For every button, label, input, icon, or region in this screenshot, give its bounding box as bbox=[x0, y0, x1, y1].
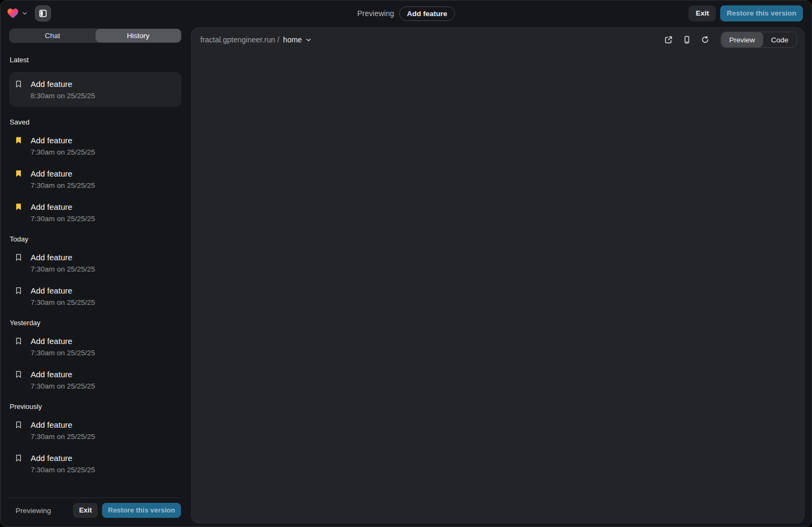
tab-code[interactable]: Code bbox=[763, 32, 796, 47]
history-item-title: Add feature bbox=[31, 169, 95, 179]
history-item-time: 7:30am on 25/25/25 bbox=[31, 265, 95, 273]
app-window: Previewing Add feature Exit Restore this… bbox=[0, 0, 812, 527]
bookmark-outline-icon bbox=[15, 337, 23, 345]
history-item[interactable]: Add feature8:30am on 25/25/25 bbox=[9, 72, 182, 107]
history-item[interactable]: Add feature7:30am on 25/25/25 bbox=[9, 419, 182, 442]
bookmark-outline-icon bbox=[15, 370, 23, 378]
history-item-title: Add feature bbox=[31, 252, 95, 263]
restore-version-button[interactable]: Restore this version bbox=[720, 5, 803, 21]
history-item-time: 7:30am on 25/25/25 bbox=[31, 349, 95, 357]
topbar-center-group: Previewing Add feature bbox=[357, 1, 455, 26]
bookmark-outline-icon bbox=[15, 253, 23, 261]
sidebar-toggle-button[interactable] bbox=[35, 5, 51, 21]
history-item[interactable]: Add feature7:30am on 25/25/25 bbox=[9, 368, 182, 391]
history-item-text: Add feature7:30am on 25/25/25 bbox=[31, 420, 95, 441]
history-item-time: 7:30am on 25/25/25 bbox=[31, 148, 95, 156]
url-page: home bbox=[283, 35, 302, 44]
preview-panel: fractal.gptengineer.run / home bbox=[191, 27, 804, 523]
open-in-new-tab-icon[interactable] bbox=[661, 32, 677, 48]
history-item-text: Add feature7:30am on 25/25/25 bbox=[31, 202, 95, 223]
history-item-title: Add feature bbox=[31, 286, 95, 296]
history-item[interactable]: Add feature7:30am on 25/25/25 bbox=[9, 201, 182, 224]
previewing-status-label: Previewing bbox=[357, 9, 394, 18]
history-item[interactable]: Add feature7:30am on 25/25/25 bbox=[9, 284, 182, 308]
history-section-title: Yesterday bbox=[10, 319, 181, 327]
history-item-text: Add feature7:30am on 25/25/25 bbox=[31, 453, 95, 474]
history-item-text: Add feature8:30am on 25/25/25 bbox=[31, 79, 95, 100]
history-item[interactable]: Add feature7:30am on 25/25/25 bbox=[9, 251, 182, 274]
history-item[interactable]: Add feature7:30am on 25/25/25 bbox=[9, 134, 182, 157]
view-mode-toggle: Preview Code bbox=[721, 32, 797, 48]
history-item-time: 7:30am on 25/25/25 bbox=[31, 215, 95, 223]
bookmark-filled-icon bbox=[15, 170, 23, 178]
mobile-preview-icon[interactable] bbox=[679, 32, 695, 48]
history-item[interactable]: Add feature7:30am on 25/25/25 bbox=[9, 167, 182, 191]
chevron-down-icon[interactable] bbox=[22, 11, 27, 16]
sidebar-tabs: Chat History bbox=[9, 28, 182, 43]
history-item-time: 7:30am on 25/25/25 bbox=[31, 382, 95, 390]
bookmark-filled-icon bbox=[15, 136, 23, 144]
history-item-title: Add feature bbox=[31, 420, 95, 430]
history-section-title: Saved bbox=[10, 118, 181, 126]
history-item-title: Add feature bbox=[31, 202, 95, 213]
bookmark-filled-icon bbox=[15, 203, 23, 211]
history-item[interactable]: Add feature7:30am on 25/25/25 bbox=[9, 335, 182, 358]
preview-url-selector[interactable]: fractal.gptengineer.run / home bbox=[200, 35, 311, 44]
history-section-title: Today bbox=[10, 235, 181, 243]
history-section-title: Latest bbox=[10, 56, 181, 64]
history-list: LatestAdd feature8:30am on 25/25/25Saved… bbox=[9, 46, 182, 497]
bookmark-outline-icon bbox=[15, 80, 23, 88]
refresh-icon[interactable] bbox=[697, 32, 713, 48]
exit-button[interactable]: Exit bbox=[73, 503, 98, 518]
footer-buttons: Exit Restore this version bbox=[73, 503, 181, 518]
tab-preview[interactable]: Preview bbox=[721, 32, 763, 47]
top-bar: Previewing Add feature Exit Restore this… bbox=[1, 1, 811, 26]
version-badge[interactable]: Add feature bbox=[400, 6, 455, 21]
history-item-text: Add feature7:30am on 25/25/25 bbox=[31, 369, 95, 390]
preview-header: fractal.gptengineer.run / home bbox=[192, 28, 804, 52]
lovable-heart-icon[interactable] bbox=[7, 8, 19, 19]
url-domain: fractal.gptengineer.run / bbox=[200, 35, 279, 44]
history-item-title: Add feature bbox=[31, 135, 95, 146]
preview-content bbox=[192, 52, 804, 523]
history-item-text: Add feature7:30am on 25/25/25 bbox=[31, 169, 95, 189]
preview-actions bbox=[661, 32, 713, 48]
topbar-right-group: Exit Restore this version bbox=[688, 1, 803, 26]
tab-history[interactable]: History bbox=[96, 29, 182, 42]
previewing-status-label: Previewing bbox=[16, 507, 51, 515]
bookmark-outline-icon bbox=[15, 287, 23, 295]
bookmark-outline-icon bbox=[15, 421, 23, 429]
history-item[interactable]: Add feature7:30am on 25/25/25 bbox=[9, 452, 182, 475]
chevron-down-icon bbox=[306, 37, 311, 43]
history-item-text: Add feature7:30am on 25/25/25 bbox=[31, 286, 95, 306]
history-item-title: Add feature bbox=[31, 369, 95, 380]
restore-version-button[interactable]: Restore this version bbox=[102, 503, 181, 518]
history-item-text: Add feature7:30am on 25/25/25 bbox=[31, 336, 95, 357]
history-item-title: Add feature bbox=[31, 336, 95, 347]
history-item-time: 8:30am on 25/25/25 bbox=[31, 92, 95, 100]
exit-button[interactable]: Exit bbox=[688, 5, 716, 21]
history-item-time: 7:30am on 25/25/25 bbox=[31, 466, 95, 474]
history-item-time: 7:30am on 25/25/25 bbox=[31, 433, 95, 441]
history-sidebar: Chat History LatestAdd feature8:30am on … bbox=[9, 28, 182, 518]
tab-chat[interactable]: Chat bbox=[10, 29, 96, 42]
history-item-time: 7:30am on 25/25/25 bbox=[31, 181, 95, 189]
topbar-left-group bbox=[7, 1, 51, 26]
history-item-time: 7:30am on 25/25/25 bbox=[31, 298, 95, 306]
history-item-title: Add feature bbox=[31, 79, 95, 90]
sidebar-footer: Previewing Exit Restore this version bbox=[9, 497, 182, 518]
history-item-text: Add feature7:30am on 25/25/25 bbox=[31, 135, 95, 156]
history-section-title: Previously bbox=[10, 402, 181, 411]
history-item-title: Add feature bbox=[31, 453, 95, 464]
history-item-text: Add feature7:30am on 25/25/25 bbox=[31, 252, 95, 273]
bookmark-outline-icon bbox=[15, 454, 23, 462]
